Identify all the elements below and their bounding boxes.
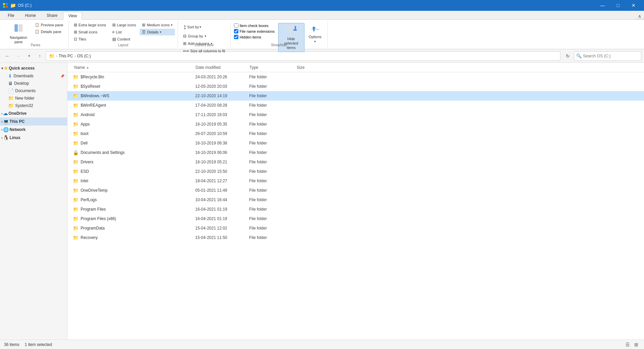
small-icons-icon: ⊞ bbox=[74, 30, 77, 34]
sidebar-item-system32[interactable]: 📁 System32 bbox=[0, 102, 67, 109]
back-button[interactable]: ← bbox=[3, 51, 12, 61]
sidebar-item-new-folder[interactable]: 📁 New folder bbox=[0, 95, 67, 102]
sidebar-section-onedrive[interactable]: › ☁ OneDrive bbox=[0, 109, 67, 117]
details-pane-button[interactable]: 📋 Details pane bbox=[32, 28, 66, 35]
sidebar-section-quick-access[interactable]: ▾ ★ Quick access bbox=[0, 64, 67, 72]
table-row[interactable]: 📁 $SysReset 12-05-2020 20:03 File folder bbox=[67, 82, 644, 91]
table-row[interactable]: 📁 Intel 18-04-2021 12:27 File folder bbox=[67, 176, 644, 186]
table-row[interactable]: 📁 $WinREAgent 17-04-2020 08:28 File fold… bbox=[67, 101, 644, 110]
expand-icon: ▾ bbox=[1, 66, 3, 70]
maximize-button[interactable]: □ bbox=[610, 0, 626, 11]
table-row[interactable]: 📁 ProgramData 15-04-2021 12:02 File fold… bbox=[67, 223, 644, 233]
table-row[interactable]: 📁 boot 26-07-2020 10:59 File folder bbox=[67, 129, 644, 138]
new-folder-label: New folder bbox=[15, 96, 64, 101]
file-date: 24-03-2021 20:26 bbox=[195, 75, 249, 79]
file-name: ProgramData bbox=[81, 226, 195, 231]
folder-icon: 📁 bbox=[73, 169, 79, 174]
table-row[interactable]: 📁 Recovery 15-04-2021 11:50 File folder bbox=[67, 233, 644, 242]
search-bar: 🔍 bbox=[574, 51, 641, 61]
sort-by-button[interactable]: ↕ Sort by ▾ bbox=[181, 22, 204, 32]
sidebar-section-linux[interactable]: › 🐧 Linux bbox=[0, 134, 67, 142]
large-icons-view-button[interactable]: ⊞ bbox=[633, 341, 640, 348]
file-date: 26-07-2020 10:59 bbox=[195, 131, 249, 136]
file-name: Recovery bbox=[81, 235, 195, 240]
file-name: Program Files (x86) bbox=[81, 216, 195, 221]
sidebar-section-this-pc[interactable]: › 💻 This PC bbox=[0, 117, 67, 126]
file-name: Documents and Settings bbox=[81, 150, 195, 155]
details-pane-icon: 📋 bbox=[35, 29, 39, 34]
add-columns-icon: ⊞ bbox=[183, 41, 186, 46]
tab-share[interactable]: Share bbox=[41, 11, 62, 19]
content-button[interactable]: ▤ Content bbox=[110, 36, 139, 43]
list-button[interactable]: ≡ List bbox=[110, 29, 139, 35]
file-date: 16-10-2019 06:06 bbox=[195, 150, 249, 155]
details-view-button[interactable]: ☰ bbox=[624, 341, 631, 348]
col-header-name[interactable]: Name ▲ bbox=[73, 65, 194, 70]
refresh-button[interactable]: ↻ bbox=[563, 51, 573, 61]
table-row[interactable]: 📁 ESD 22-10-2020 15:50 File folder bbox=[67, 167, 644, 176]
content-icon: ▤ bbox=[112, 37, 116, 42]
search-input[interactable] bbox=[583, 54, 639, 58]
table-row[interactable]: 📁 PerfLogs 10-04-2021 16:44 File folder bbox=[67, 195, 644, 205]
file-type: File folder bbox=[249, 131, 296, 136]
medium-icons-button[interactable]: ⊞ Medium icons ▾ bbox=[140, 22, 175, 28]
breadcrumb-folder-icon: 📁 bbox=[49, 53, 55, 59]
sidebar-item-downloads[interactable]: ⬇ Downloads 📌 bbox=[0, 72, 67, 80]
refresh-icon: ↻ bbox=[566, 53, 570, 59]
navigation-pane-button[interactable]: Navigation pane bbox=[5, 22, 32, 46]
svg-rect-0 bbox=[3, 3, 5, 5]
breadcrumb-os-c[interactable]: OS (C:) bbox=[77, 54, 91, 58]
ribbon-collapse-icon[interactable]: ∧ bbox=[638, 14, 641, 19]
table-row[interactable]: 📁 $Windows.~WS 22-10-2020 14:19 File fol… bbox=[67, 91, 644, 101]
tab-home[interactable]: Home bbox=[20, 11, 41, 19]
table-row[interactable]: 📁 Program Files (x86) 16-04-2021 01:19 F… bbox=[67, 214, 644, 223]
sidebar-section-network[interactable]: › 🌐 Network bbox=[0, 126, 67, 134]
details-button[interactable]: ☰ Details ▾ bbox=[140, 29, 175, 35]
file-date: 15-04-2021 11:50 bbox=[195, 235, 249, 240]
file-name-extensions-row[interactable]: File name extensions bbox=[233, 29, 275, 34]
hide-selected-icon bbox=[286, 25, 297, 35]
table-row[interactable]: 📁 Program Files 16-04-2021 01:19 File fo… bbox=[67, 205, 644, 214]
table-row[interactable]: 📁 $Recycle.Bin 24-03-2021 20:26 File fol… bbox=[67, 72, 644, 82]
large-icons-button[interactable]: ⊞ Large icons bbox=[110, 22, 139, 28]
svg-rect-3 bbox=[6, 6, 8, 8]
breadcrumb-this-pc[interactable]: This PC bbox=[59, 54, 73, 58]
col-header-date[interactable]: Date modified bbox=[194, 65, 248, 70]
options-button[interactable]: Options ▾ bbox=[306, 23, 325, 45]
table-row[interactable]: 📁 OneDriveTemp 05-01-2021 11:49 File fol… bbox=[67, 186, 644, 195]
selected-count: 1 item selected bbox=[25, 342, 52, 347]
small-icons-button[interactable]: ⊞ Small icons bbox=[71, 29, 109, 35]
sidebar-item-documents[interactable]: 📄 Documents bbox=[0, 87, 67, 95]
table-row[interactable]: 📁 Dell 16-10-2019 06:38 File folder bbox=[67, 138, 644, 148]
close-button[interactable]: ✕ bbox=[626, 0, 641, 11]
up-button[interactable]: ↑ bbox=[35, 51, 45, 61]
preview-pane-button[interactable]: 📋 Preview pane bbox=[32, 22, 66, 28]
table-row[interactable]: 📁 Android 17-11-2020 18:03 File folder bbox=[67, 110, 644, 119]
hidden-items-checkbox[interactable] bbox=[234, 35, 238, 39]
col-header-size[interactable]: Size bbox=[295, 65, 329, 70]
group-by-button[interactable]: ⊟ Group by ▾ bbox=[181, 33, 208, 39]
minimize-button[interactable]: — bbox=[595, 0, 610, 11]
hide-selected-items-button[interactable]: Hide selected items bbox=[278, 23, 304, 52]
col-header-type[interactable]: Type bbox=[248, 65, 295, 70]
file-name-extensions-checkbox[interactable] bbox=[234, 29, 238, 33]
table-row[interactable]: 📁 Apps 16-10-2019 05:35 File folder bbox=[67, 119, 644, 129]
extra-large-icons-button[interactable]: ⊞ Extra large icons bbox=[71, 22, 109, 28]
preview-pane-icon: 📋 bbox=[35, 23, 39, 27]
hidden-items-row[interactable]: Hidden items bbox=[233, 34, 275, 39]
details-view-icon: ☰ bbox=[625, 342, 630, 347]
table-row[interactable]: 🔒 Documents and Settings 16-10-2019 06:0… bbox=[67, 148, 644, 157]
options-label: Options bbox=[309, 35, 322, 39]
forward-button[interactable]: → bbox=[13, 51, 23, 61]
size-all-columns-button[interactable]: ⟺ Size all columns to fit bbox=[181, 48, 227, 54]
tiles-button[interactable]: ⊡ Tiles bbox=[71, 36, 109, 43]
tab-file[interactable]: File bbox=[3, 11, 19, 19]
item-check-boxes-row[interactable]: Item check boxes bbox=[233, 23, 275, 28]
tab-view[interactable]: View bbox=[63, 12, 82, 20]
item-check-boxes-checkbox[interactable] bbox=[234, 23, 238, 28]
sidebar-item-desktop[interactable]: 🖥 Desktop bbox=[0, 80, 67, 87]
large-icons-icon: ⊞ bbox=[112, 23, 116, 27]
recent-locations-button[interactable]: ▾ bbox=[24, 51, 34, 61]
table-row[interactable]: 📁 Drivers 16-10-2019 05:21 File folder bbox=[67, 157, 644, 167]
svg-rect-4 bbox=[14, 24, 18, 32]
